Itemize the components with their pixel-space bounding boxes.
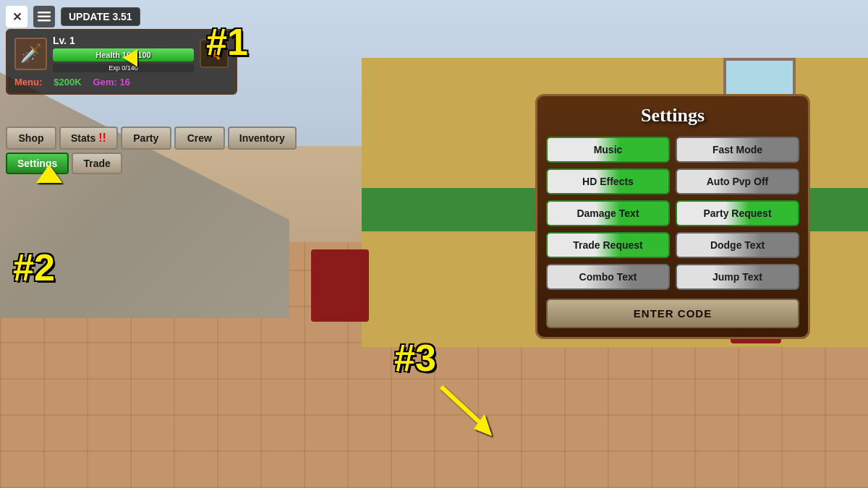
setting-party-request[interactable]: Party Request xyxy=(676,200,799,226)
setting-trade-request[interactable]: Trade Request xyxy=(546,232,670,258)
health-text: Health 100/100 xyxy=(53,48,194,61)
top-hud: ✕ UPDATE 3.51 🗡️ Lv. 1 Health 100/100 xyxy=(6,6,237,95)
gem-amount: Gem: 16 xyxy=(93,77,130,87)
nav-row-2: Settings Trade xyxy=(6,153,297,174)
char-icon: 🗡️ xyxy=(20,43,42,64)
nav-shop[interactable]: Shop xyxy=(6,127,56,150)
settings-panel: Settings Music Fast Mode HD Effects Auto… xyxy=(535,94,810,339)
stats-notif: !! xyxy=(98,132,106,144)
chair-left xyxy=(311,264,369,322)
setting-combo-text[interactable]: Combo Text xyxy=(546,264,670,290)
weapon-icon: 🔫 xyxy=(200,39,229,68)
nav-trade[interactable]: Trade xyxy=(72,153,122,174)
character-hud: 🗡️ Lv. 1 Health 100/100 Exp 0/140 🔫 Menu… xyxy=(6,29,237,95)
char-portrait: 🗡️ xyxy=(14,38,47,70)
beli-amount: $200K xyxy=(54,77,81,87)
chair-shape-left xyxy=(311,264,369,322)
setting-damage-text[interactable]: Damage Text xyxy=(546,200,670,226)
exp-text: Exp 0/140 xyxy=(53,64,194,72)
menu-label: Menu: xyxy=(14,77,42,87)
menu-icon[interactable] xyxy=(33,6,55,27)
health-bar: Health 100/100 xyxy=(53,48,194,61)
char-level: Lv. 1 xyxy=(53,35,194,46)
setting-fast-mode[interactable]: Fast Mode xyxy=(676,137,799,163)
hud-top-row: ✕ UPDATE 3.51 xyxy=(6,6,237,27)
setting-hd-effects[interactable]: HD Effects xyxy=(546,168,670,194)
svg-rect-2 xyxy=(38,20,51,22)
nav-stats[interactable]: Stats !! xyxy=(59,127,118,150)
settings-grid: Music Fast Mode HD Effects Auto Pvp Off … xyxy=(546,137,799,290)
setting-jump-text[interactable]: Jump Text xyxy=(676,264,799,290)
char-top: 🗡️ Lv. 1 Health 100/100 Exp 0/140 🔫 xyxy=(14,35,229,72)
roblox-icon[interactable]: ✕ xyxy=(6,6,27,27)
nav-party[interactable]: Party xyxy=(121,127,171,150)
update-badge: UPDATE 3.51 xyxy=(61,7,140,26)
exp-bar: Exp 0/140 xyxy=(53,64,194,72)
svg-rect-1 xyxy=(38,16,51,18)
setting-music[interactable]: Music xyxy=(546,137,670,163)
setting-auto-pvp[interactable]: Auto Pvp Off xyxy=(676,168,799,194)
nav-crew[interactable]: Crew xyxy=(174,127,225,150)
currency-row: Menu: $200K Gem: 16 xyxy=(14,75,229,89)
nav-buttons: Shop Stats !! Party Crew Inventory Setti… xyxy=(6,127,297,174)
char-info: Lv. 1 Health 100/100 Exp 0/140 xyxy=(53,35,194,72)
setting-dodge-text[interactable]: Dodge Text xyxy=(676,232,799,258)
nav-settings[interactable]: Settings xyxy=(6,153,69,174)
nav-row-1: Shop Stats !! Party Crew Inventory xyxy=(6,127,297,150)
settings-title: Settings xyxy=(546,105,799,127)
enter-code-button[interactable]: ENTER CODE xyxy=(546,299,799,328)
nav-inventory[interactable]: Inventory xyxy=(228,127,297,150)
svg-rect-0 xyxy=(38,12,51,14)
